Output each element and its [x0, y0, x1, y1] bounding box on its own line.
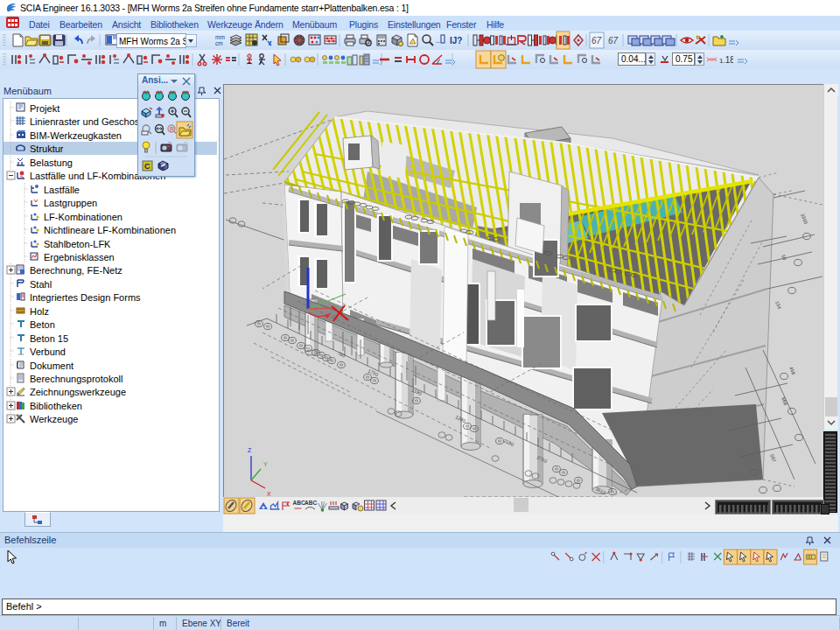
svg-text:3350: 3350	[800, 213, 808, 225]
svg-text:2190: 2190	[503, 438, 515, 447]
svg-text:67: 67	[608, 36, 619, 46]
svg-text:668: 668	[780, 396, 788, 406]
svg-text:ABC: ABC	[304, 500, 317, 506]
svg-text:50: 50	[780, 254, 788, 261]
svg-text:X: X	[267, 491, 271, 497]
svg-text:..: ..	[436, 36, 440, 45]
svg-text:458: 458	[788, 366, 796, 375]
svg-text:1750: 1750	[368, 368, 380, 377]
svg-text:Z: Z	[248, 447, 252, 453]
svg-text:507: 507	[769, 453, 777, 463]
svg-text:ABC: ABC	[293, 500, 305, 506]
svg-text:C: C	[144, 162, 150, 171]
svg-text:R: R	[170, 126, 174, 132]
svg-text:cm: cm	[215, 40, 223, 46]
svg-text:1.18: 1.18	[719, 55, 733, 65]
svg-text:67: 67	[592, 36, 602, 46]
svg-text:154: 154	[774, 300, 782, 310]
svg-text:mm: mm	[215, 34, 225, 40]
svg-text:Y: Y	[263, 461, 268, 467]
svg-text:IJ?: IJ?	[450, 36, 462, 46]
